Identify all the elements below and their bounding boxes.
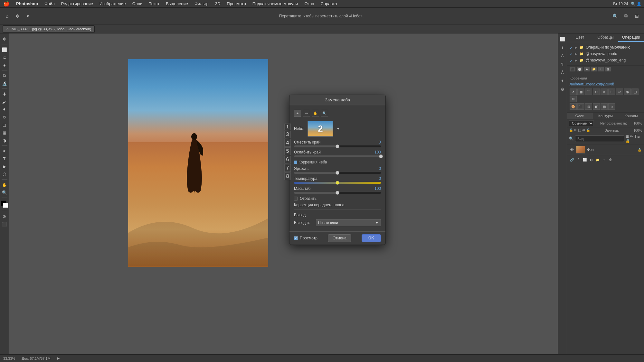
- invert-icon[interactable]: ⬛: [577, 103, 584, 110]
- info-icon[interactable]: ℹ: [559, 44, 566, 51]
- marquee-tool[interactable]: ⬜: [1, 46, 8, 53]
- home-icon[interactable]: ⌂: [3, 12, 12, 21]
- shift-edge-thumb[interactable]: [336, 144, 339, 148]
- magic-wand-tool[interactable]: ⍟: [1, 61, 8, 69]
- preview-checkbox[interactable]: [294, 236, 298, 240]
- bw-icon[interactable]: ◑: [624, 88, 631, 95]
- menu-text[interactable]: Текст: [146, 0, 163, 8]
- menu-window[interactable]: Окно: [301, 0, 317, 8]
- new-layer-icon[interactable]: +: [601, 157, 607, 162]
- screen-mode-tool[interactable]: ⬛: [1, 220, 8, 227]
- status-arrow[interactable]: ▶: [57, 356, 60, 360]
- layer-visibility-icon[interactable]: 👁: [570, 147, 574, 152]
- type-tool[interactable]: T: [1, 155, 8, 162]
- folder-icon[interactable]: 📁: [591, 67, 597, 71]
- color-balance-icon[interactable]: ⚖: [616, 88, 623, 95]
- tab-layers[interactable]: Слои: [567, 113, 593, 119]
- vibrance-icon[interactable]: ◈: [601, 88, 608, 95]
- scale-thumb[interactable]: [336, 191, 339, 195]
- color-lookup-icon[interactable]: 🎨: [570, 103, 577, 110]
- play-icon[interactable]: ▶: [584, 67, 590, 71]
- channel-mixer-icon[interactable]: ⊞: [570, 96, 577, 102]
- filter-icons[interactable]: ▦ ✏ T ⎄ 🔒: [625, 134, 642, 143]
- layers-search-input[interactable]: [575, 135, 624, 142]
- add-mask-icon[interactable]: ⬜: [582, 157, 588, 162]
- blend-mode-select[interactable]: Обычные: [569, 120, 594, 126]
- sky-dropdown-arrow[interactable]: ▼: [336, 127, 340, 131]
- opacity-value[interactable]: 100%: [633, 121, 642, 125]
- shape-tool[interactable]: ⬡: [1, 171, 8, 178]
- history-brush-tool[interactable]: ↺: [1, 114, 8, 121]
- menu-view[interactable]: Просмотр: [223, 0, 249, 8]
- new-group-icon[interactable]: 📁: [595, 157, 601, 162]
- gradient-map-icon[interactable]: ▤: [601, 103, 608, 110]
- photo-filter-icon[interactable]: ◫: [631, 88, 639, 95]
- document-tab[interactable]: ✕ IMG_3337 1.jpg @ 33,3% (Небо, Слой-мас…: [3, 25, 95, 32]
- lasso-tool[interactable]: ⊂: [1, 54, 8, 61]
- op-row-nasyrova-eng[interactable]: ✓ ▶ 📁 @nasyrova_photo_eng: [567, 57, 644, 63]
- delete-layer-icon[interactable]: 🗑: [608, 157, 613, 162]
- brightness-thumb[interactable]: [336, 171, 339, 175]
- threshold-icon[interactable]: ◧: [593, 103, 600, 110]
- new-fill-icon[interactable]: ◐: [588, 157, 594, 162]
- exposure-icon[interactable]: ⊙: [593, 88, 600, 95]
- hue-sat-icon[interactable]: ⬡: [608, 88, 615, 95]
- menu-edit[interactable]: Редактирование: [58, 0, 96, 8]
- apple-menu[interactable]: 🍎: [0, 0, 13, 8]
- tab-paths[interactable]: Контуры: [593, 113, 619, 119]
- output-in-select[interactable]: Новые слои ▼: [316, 219, 381, 226]
- menu-help[interactable]: Справка: [317, 0, 340, 8]
- add-correction-link[interactable]: Добавить корректирующий: [569, 82, 642, 86]
- sky-correction-check[interactable]: [294, 161, 297, 164]
- add-style-icon[interactable]: ƒ: [575, 157, 581, 162]
- char-icon[interactable]: A: [559, 52, 566, 59]
- dodge-tool[interactable]: ◑: [1, 137, 8, 144]
- hand-tool[interactable]: ✋: [1, 181, 8, 188]
- arrange-icon[interactable]: ⧉: [621, 12, 630, 21]
- temperature-slider[interactable]: [294, 182, 381, 184]
- move-options-icon[interactable]: ▾: [23, 12, 32, 21]
- gradient-tool[interactable]: ▦: [1, 129, 8, 136]
- tab-operations[interactable]: Операции: [618, 33, 644, 42]
- char2-icon[interactable]: Ā: [559, 69, 566, 76]
- settings-icon[interactable]: ⚙: [559, 86, 566, 93]
- selective-color-icon[interactable]: ◇: [608, 103, 615, 110]
- clone-tool[interactable]: 🖈: [1, 106, 8, 113]
- menu-3d[interactable]: 3D: [212, 0, 224, 8]
- ok-button[interactable]: OK: [362, 234, 381, 242]
- move-tool-icon[interactable]: ✥: [13, 12, 22, 21]
- menu-image[interactable]: Изображение: [96, 0, 129, 8]
- para-icon[interactable]: ¶: [559, 60, 566, 68]
- sky-preview-thumbnail[interactable]: 2: [308, 121, 333, 137]
- dialog-hand-tool[interactable]: ✋: [312, 110, 319, 117]
- path-select-tool[interactable]: ▶: [1, 163, 8, 170]
- temperature-thumb[interactable]: [336, 181, 339, 185]
- tab-close-icon[interactable]: ✕: [6, 27, 9, 31]
- background-color[interactable]: [3, 203, 8, 208]
- stop-icon[interactable]: ⬛: [570, 67, 575, 71]
- tab-swatches[interactable]: Образцы: [593, 33, 619, 42]
- app-menu-photoshop[interactable]: Photoshop: [13, 0, 41, 8]
- tab-channels[interactable]: Каналы: [618, 113, 644, 119]
- move-tool[interactable]: ✥: [1, 35, 8, 42]
- fade-edge-thumb[interactable]: [379, 154, 383, 158]
- color-panel-icon[interactable]: ⬜: [559, 35, 566, 42]
- dialog-zoom-tool[interactable]: 🔍: [321, 110, 328, 117]
- record-icon[interactable]: ⬤: [577, 67, 582, 71]
- new-action-icon[interactable]: +: [598, 67, 604, 71]
- curves-icon[interactable]: ⌒: [585, 88, 592, 95]
- flip-checkbox[interactable]: [294, 197, 298, 200]
- brightness-contrast-icon[interactable]: ☀: [570, 88, 577, 95]
- heal-tool[interactable]: ✚: [1, 90, 8, 97]
- dialog-add-tool[interactable]: +: [294, 110, 301, 117]
- dialog-brush-tool[interactable]: ✏: [303, 110, 310, 117]
- fill-value[interactable]: 100%: [633, 128, 642, 132]
- cancel-button[interactable]: Отмена: [328, 234, 351, 242]
- layer-row-bg[interactable]: 👁 Фон 🔒: [567, 144, 644, 155]
- shift-edge-slider[interactable]: [294, 145, 381, 147]
- menu-file[interactable]: Файл: [41, 0, 58, 8]
- eyedropper-tool[interactable]: 🔬: [1, 80, 8, 87]
- scale-slider[interactable]: [294, 192, 381, 194]
- eraser-tool[interactable]: ◻: [1, 121, 8, 128]
- fade-edge-slider[interactable]: [294, 155, 381, 157]
